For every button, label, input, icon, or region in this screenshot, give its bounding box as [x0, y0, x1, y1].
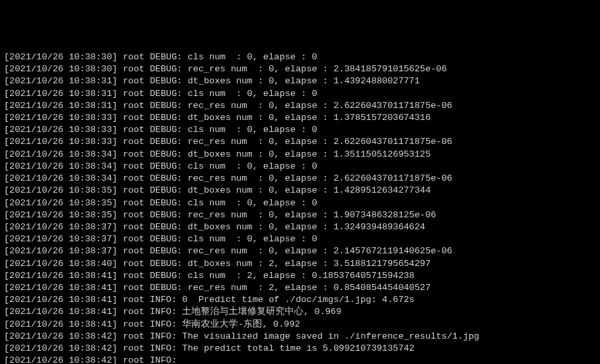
- log-line: [2021/10/26 10:38:35] root DEBUG: dt_box…: [4, 185, 596, 197]
- log-line: [2021/10/26 10:38:31] root DEBUG: dt_box…: [4, 75, 596, 87]
- log-line: [2021/10/26 10:38:41] root INFO: 0 Predi…: [4, 294, 596, 306]
- log-line: [2021/10/26 10:38:30] root DEBUG: cls nu…: [4, 51, 596, 63]
- log-line: [2021/10/26 10:38:41] root INFO: 土地整治与土壤…: [4, 306, 596, 318]
- log-line: [2021/10/26 10:38:37] root DEBUG: dt_box…: [4, 221, 596, 233]
- log-line: [2021/10/26 10:38:33] root DEBUG: dt_box…: [4, 112, 596, 124]
- log-line: [2021/10/26 10:38:37] root DEBUG: rec_re…: [4, 245, 596, 257]
- log-line: [2021/10/26 10:38:33] root DEBUG: rec_re…: [4, 136, 596, 148]
- log-line: [2021/10/26 10:38:37] root DEBUG: cls nu…: [4, 233, 596, 245]
- log-line: [2021/10/26 10:38:42] root INFO: The pre…: [4, 343, 596, 355]
- log-line: [2021/10/26 10:38:41] root DEBUG: rec_re…: [4, 282, 596, 294]
- log-line: [2021/10/26 10:38:34] root DEBUG: rec_re…: [4, 173, 596, 185]
- log-line: [2021/10/26 10:38:40] root DEBUG: dt_box…: [4, 258, 596, 270]
- log-line: [2021/10/26 10:38:33] root DEBUG: cls nu…: [4, 124, 596, 136]
- log-line: [2021/10/26 10:38:41] root INFO: 华南农业大学-…: [4, 319, 596, 331]
- log-line: [2021/10/26 10:38:35] root DEBUG: cls nu…: [4, 197, 596, 209]
- log-line: [2021/10/26 10:38:42] root INFO: The vis…: [4, 331, 596, 343]
- log-line: [2021/10/26 10:38:34] root DEBUG: dt_box…: [4, 149, 596, 161]
- terminal-output[interactable]: [2021/10/26 10:38:30] root DEBUG: cls nu…: [4, 51, 596, 364]
- log-line: [2021/10/26 10:38:34] root DEBUG: cls nu…: [4, 161, 596, 173]
- log-line: [2021/10/26 10:38:31] root DEBUG: rec_re…: [4, 100, 596, 112]
- log-line: [2021/10/26 10:38:30] root DEBUG: rec_re…: [4, 63, 596, 75]
- log-line: [2021/10/26 10:38:35] root DEBUG: rec_re…: [4, 209, 596, 221]
- log-line: [2021/10/26 10:38:31] root DEBUG: cls nu…: [4, 88, 596, 100]
- log-line: [2021/10/26 10:38:42] root INFO:: [4, 355, 596, 364]
- log-line: [2021/10/26 10:38:41] root DEBUG: cls nu…: [4, 270, 596, 282]
